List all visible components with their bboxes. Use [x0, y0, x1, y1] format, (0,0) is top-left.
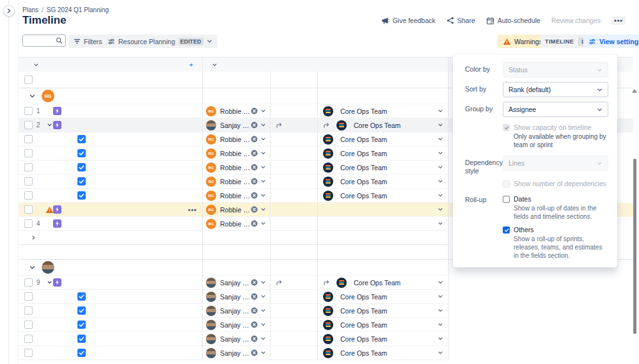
assignee-cell[interactable]: RGRobbie Gittins	[203, 104, 271, 118]
team-cell[interactable]: Core Ops Team	[318, 146, 449, 161]
search-field[interactable]	[22, 35, 66, 47]
expand-sidebar-button[interactable]	[3, 5, 15, 17]
row-checkbox[interactable]	[24, 163, 33, 171]
chevron-down-icon[interactable]	[438, 136, 443, 142]
chevron-down-icon[interactable]	[260, 136, 266, 142]
breadcrumb-plans-link[interactable]: Plans	[22, 6, 38, 13]
create-issue-button[interactable]: +	[189, 61, 196, 68]
clear-value-icon[interactable]	[251, 122, 258, 129]
team-cell[interactable]: Core Ops Team	[318, 175, 449, 189]
assignee-cell[interactable]: RGRobbie Gittins	[203, 217, 271, 231]
auto-schedule-button[interactable]: Auto-schedule	[486, 17, 540, 25]
chevron-down-icon[interactable]	[260, 178, 266, 184]
assignee-cell[interactable]: RGRobbie Gittins	[203, 146, 271, 161]
review-changes-button[interactable]: Review changes	[551, 17, 601, 24]
fields-column-header[interactable]	[209, 62, 217, 68]
chevron-down-icon[interactable]	[260, 193, 266, 198]
assignee-cell[interactable]: RGRobbie Gittins	[203, 175, 271, 189]
share-button[interactable]: Share	[446, 17, 475, 24]
assignee-cell[interactable]: Sanjay Samani	[203, 118, 271, 132]
chevron-down-icon[interactable]	[438, 336, 443, 342]
select-all-checkbox[interactable]	[24, 75, 33, 84]
row-checkbox[interactable]	[24, 177, 33, 186]
estimate-cell[interactable]	[271, 161, 318, 175]
team-cell[interactable]: Core Ops Team	[318, 276, 449, 290]
issue-column-header[interactable]	[31, 62, 39, 68]
assignee-cell[interactable]: RGRobbie Gittins	[203, 189, 271, 203]
team-cell[interactable]: Core Ops Team	[318, 332, 449, 346]
clear-value-icon[interactable]	[251, 164, 258, 171]
assignee-cell[interactable]: Sanjay Samani	[203, 332, 271, 346]
chevron-down-icon[interactable]	[260, 280, 266, 285]
team-cell[interactable]: Core Ops Team	[318, 346, 449, 360]
clear-value-icon[interactable]	[251, 335, 258, 342]
chevron-down-icon[interactable]	[260, 207, 266, 212]
chevron-down-icon[interactable]	[438, 193, 443, 198]
estimate-cell[interactable]	[271, 304, 318, 318]
clear-value-icon[interactable]	[251, 136, 258, 143]
row-checkbox[interactable]	[24, 107, 33, 115]
row-checkbox[interactable]	[24, 149, 33, 157]
chevron-down-icon[interactable]	[438, 178, 443, 184]
team-cell[interactable]: Core Ops Team	[318, 104, 449, 118]
row-checkbox[interactable]	[24, 205, 33, 214]
scroll-up-arrow[interactable]	[632, 89, 637, 93]
assignee-cell[interactable]: Sanjay Samani	[203, 276, 271, 290]
estimate-cell[interactable]	[271, 217, 318, 231]
chevron-down-icon[interactable]	[260, 122, 266, 128]
chevron-down-icon[interactable]	[438, 221, 443, 226]
team-cell[interactable]: Core Ops Team	[318, 132, 449, 146]
estimate-cell[interactable]	[271, 132, 318, 146]
assignee-cell[interactable]: RGRobbie Gittins	[203, 161, 271, 175]
give-feedback-button[interactable]: Give feedback	[381, 17, 436, 25]
row-more-button[interactable]: •••	[188, 206, 197, 214]
collapse-group-button[interactable]	[29, 264, 36, 271]
assignee-cell[interactable]: Sanjay Samani	[203, 318, 271, 332]
assignee-cell[interactable]: RGRobbie Gittins	[203, 132, 271, 146]
clear-value-icon[interactable]	[251, 321, 258, 328]
view-settings-button[interactable]: View settings	[583, 35, 639, 48]
chevron-down-icon[interactable]	[438, 150, 443, 156]
chevron-down-icon[interactable]	[438, 308, 443, 313]
chevron-down-icon[interactable]	[260, 308, 266, 313]
row-checkbox[interactable]	[24, 191, 33, 200]
clear-value-icon[interactable]	[251, 349, 258, 356]
clear-value-icon[interactable]	[251, 206, 258, 213]
chevron-down-icon[interactable]	[438, 322, 443, 328]
chevron-down-icon[interactable]	[260, 294, 266, 299]
estimate-cell[interactable]	[271, 203, 318, 217]
sort-by-select[interactable]: Rank (default)	[503, 82, 608, 97]
estimate-cell[interactable]	[271, 318, 318, 332]
chevron-down-icon[interactable]	[438, 207, 443, 212]
chevron-down-icon[interactable]	[260, 350, 266, 356]
estimate-cell[interactable]	[271, 332, 318, 346]
estimate-cell[interactable]	[271, 118, 318, 132]
team-cell[interactable]: Core Ops Team	[318, 304, 449, 318]
chevron-down-icon[interactable]	[438, 280, 443, 285]
chevron-down-icon[interactable]	[438, 164, 443, 170]
saved-view-button[interactable]: Resource Planning EDITED	[102, 35, 217, 48]
chevron-down-icon[interactable]	[260, 164, 266, 170]
assignee-cell[interactable]: Sanjay Samani	[203, 290, 271, 304]
chevron-down-icon[interactable]	[438, 294, 443, 299]
clear-value-icon[interactable]	[251, 150, 258, 157]
vertical-scrollbar[interactable]	[633, 159, 636, 334]
group-by-select[interactable]: Assignee	[503, 102, 608, 117]
assignee-cell[interactable]: Sanjay Samani	[203, 346, 271, 360]
team-cell[interactable]: Core Ops Team	[318, 290, 449, 304]
estimate-cell[interactable]	[271, 175, 318, 189]
row-checkbox[interactable]	[24, 135, 33, 143]
dependency-style-select[interactable]: Lines	[503, 155, 608, 171]
estimate-cell[interactable]	[271, 104, 318, 118]
team-cell[interactable]	[318, 203, 449, 217]
search-input[interactable]	[24, 35, 56, 46]
team-cell[interactable]: Core Ops Team	[318, 189, 449, 203]
chevron-down-icon[interactable]	[438, 122, 443, 128]
chevron-down-icon[interactable]	[260, 336, 266, 342]
clear-value-icon[interactable]	[251, 307, 258, 314]
estimate-cell[interactable]	[271, 276, 318, 290]
estimate-cell[interactable]	[271, 189, 318, 203]
row-checkbox[interactable]	[24, 121, 33, 129]
assignee-cell[interactable]: RGRobbie Gittins	[203, 203, 271, 217]
rollup-others-checkbox[interactable]	[503, 226, 510, 233]
